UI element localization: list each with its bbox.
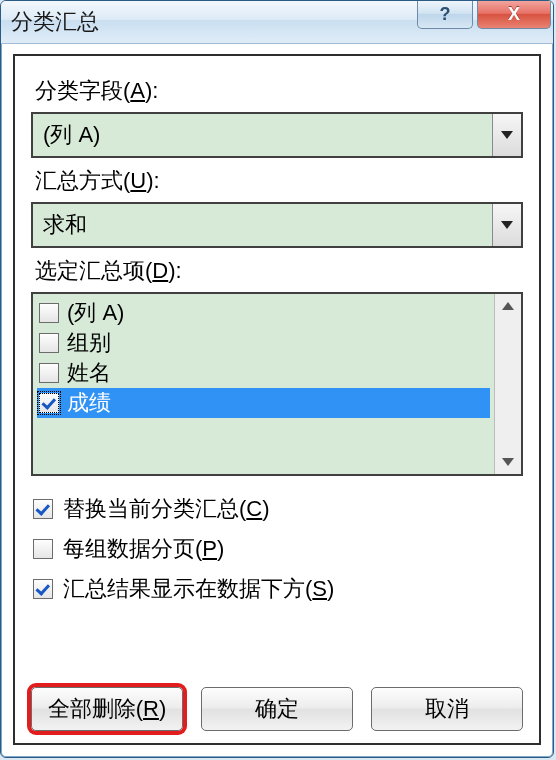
titlebar[interactable]: 分类汇总 ? X (1, 1, 553, 44)
help-button[interactable]: ? (417, 0, 473, 29)
list-item-checkbox[interactable] (39, 363, 59, 383)
option-below[interactable]: 汇总结果显示在数据下方(S) (33, 574, 523, 604)
ok-button[interactable]: 确定 (201, 687, 353, 731)
subtotal-items-label: 选定汇总项(D): (35, 256, 523, 286)
option-replace[interactable]: 替换当前分类汇总(C) (33, 494, 523, 524)
list-item-label: 成绩 (67, 388, 111, 418)
option-pagebreak-label: 每组数据分页(P) (63, 534, 224, 564)
subtotal-dialog: 分类汇总 ? X 分类字段(A): (列 A) 汇总方 (0, 0, 554, 758)
chevron-down-icon (501, 131, 513, 139)
scroll-up-button[interactable] (495, 294, 521, 318)
listbox-scrollbar[interactable] (494, 294, 521, 474)
function-dropdown-button[interactable] (492, 204, 521, 246)
dialog-title: 分类汇总 (11, 7, 99, 37)
list-item[interactable]: 成绩 (37, 388, 490, 418)
panel: 分类字段(A): (列 A) 汇总方式(U): 求和 选定汇总项(D): (13, 54, 541, 745)
group-by-dropdown-button[interactable] (492, 114, 521, 156)
list-item-label: 姓名 (67, 358, 111, 388)
group-by-value: (列 A) (33, 120, 492, 150)
chevron-down-icon (501, 221, 513, 229)
chevron-down-icon (502, 458, 514, 466)
option-below-checkbox[interactable] (33, 579, 53, 599)
list-item[interactable]: 姓名 (37, 358, 490, 388)
option-below-label: 汇总结果显示在数据下方(S) (63, 574, 334, 604)
option-pagebreak-checkbox[interactable] (33, 539, 53, 559)
function-label: 汇总方式(U): (35, 166, 523, 196)
list-item[interactable]: 组别 (37, 328, 490, 358)
cancel-button[interactable]: 取消 (371, 687, 523, 731)
option-replace-checkbox[interactable] (33, 499, 53, 519)
list-item-checkbox[interactable] (39, 303, 59, 323)
help-icon: ? (440, 4, 451, 25)
chevron-up-icon (502, 302, 514, 310)
client-area: 分类字段(A): (列 A) 汇总方式(U): 求和 选定汇总项(D): (1, 44, 553, 757)
title-buttons: ? X (413, 0, 551, 29)
group-by-label: 分类字段(A): (35, 76, 523, 106)
list-item-checkbox[interactable] (39, 393, 59, 413)
option-pagebreak[interactable]: 每组数据分页(P) (33, 534, 523, 564)
function-combo[interactable]: 求和 (31, 202, 523, 248)
list-item-checkbox[interactable] (39, 333, 59, 353)
list-item-label: (列 A) (67, 298, 124, 328)
subtotal-items-listbox[interactable]: (列 A)组别姓名成绩 (31, 292, 523, 476)
close-button[interactable]: X (477, 0, 551, 29)
listbox-inner: (列 A)组别姓名成绩 (33, 294, 494, 474)
scroll-down-button[interactable] (495, 450, 521, 474)
remove-all-button[interactable]: 全部删除(R) (31, 687, 183, 731)
list-item[interactable]: (列 A) (37, 298, 490, 328)
button-row: 全部删除(R) 确定 取消 (31, 687, 523, 731)
group-by-combo[interactable]: (列 A) (31, 112, 523, 158)
close-icon: X (508, 4, 520, 25)
function-value: 求和 (33, 210, 492, 240)
list-item-label: 组别 (67, 328, 111, 358)
option-replace-label: 替换当前分类汇总(C) (63, 494, 270, 524)
